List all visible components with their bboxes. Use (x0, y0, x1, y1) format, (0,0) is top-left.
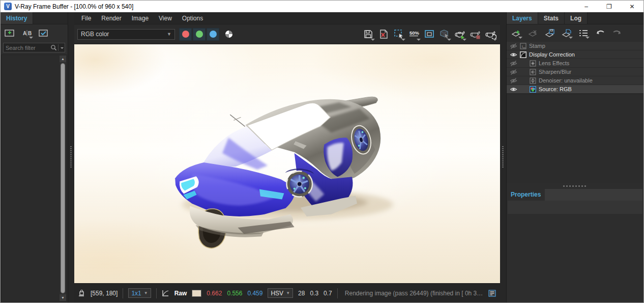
layer-row-denoiser[interactable]: Denoiser: unavailable (507, 76, 643, 85)
sharpen-blur-layer-icon (530, 69, 536, 75)
history-list[interactable]: ▲ ▼ (1, 54, 67, 302)
clear-image-button[interactable] (377, 27, 390, 41)
mono-sphere-icon (225, 30, 233, 38)
render-status-text: Rendering image (pass 26449) (finished i… (345, 290, 483, 297)
source-rgb-layer-icon (530, 86, 536, 93)
scrollbar-thumb[interactable] (61, 63, 65, 293)
tab-layers[interactable]: Layers (507, 12, 538, 24)
delete-layer-button[interactable] (527, 27, 539, 39)
close-button[interactable]: ✕ (621, 1, 643, 12)
visibility-toggle-off-icon[interactable] (510, 42, 517, 50)
render-last-button[interactable] (453, 27, 466, 41)
visibility-toggle-off-icon[interactable] (510, 60, 517, 67)
save-image-button[interactable] (362, 27, 375, 41)
scrollbar-track[interactable] (60, 62, 66, 294)
save-to-history-icon (5, 29, 16, 38)
statusbar-separator (123, 288, 123, 298)
green-channel-toggle[interactable] (193, 28, 206, 41)
sample-size-value: 1x1 (131, 290, 141, 297)
channel-select-caret-icon: ▼ (167, 32, 171, 37)
save-layer-tree-button[interactable] (544, 27, 556, 39)
svg-text:B: B (28, 31, 32, 36)
layer-name: Denoiser: unavailable (539, 77, 593, 84)
mono-toggle[interactable] (222, 27, 236, 41)
undo-button[interactable] (594, 27, 606, 39)
redo-button[interactable] (611, 27, 623, 39)
color-space-caret-icon: ▼ (286, 291, 290, 295)
layers-list: i Stamp Display Correction (507, 42, 643, 94)
add-layer-button[interactable] (510, 27, 522, 39)
properties-splitter[interactable] (507, 183, 643, 188)
layers-panel: Layers Stats Log (506, 12, 643, 302)
layer-row-display-correction[interactable]: Display Correction (507, 50, 643, 59)
visibility-toggle-on-icon[interactable] (510, 86, 517, 93)
scroll-up-icon[interactable]: ▲ (60, 56, 66, 62)
tab-history[interactable]: History (1, 12, 33, 24)
visibility-toggle-off-icon[interactable] (510, 68, 517, 76)
scroll-down-icon[interactable]: ▼ (60, 294, 66, 301)
layers-toolbar (507, 24, 643, 42)
save-to-history-button[interactable] (4, 27, 16, 39)
zoom-level-button[interactable]: 50% (407, 27, 421, 41)
load-layer-tree-button[interactable] (561, 27, 573, 39)
stamp-layer-icon: i (520, 43, 526, 49)
region-select-button[interactable] (392, 27, 405, 41)
region-select-caret (401, 39, 405, 41)
layer-row-stamp[interactable]: i Stamp (507, 42, 643, 50)
interactive-render-button[interactable] (484, 27, 497, 41)
sample-size-select[interactable]: 1x1 ▼ (128, 288, 151, 298)
history-scrollbar[interactable]: ▲ ▼ (60, 56, 66, 301)
layer-row-sharpen-blur[interactable]: Sharpen/Blur (507, 68, 643, 76)
menu-render[interactable]: Render (96, 12, 126, 24)
show-region-button[interactable] (423, 27, 436, 41)
probe-red-value: 0.662 (207, 290, 222, 297)
layers-empty-area (507, 94, 643, 183)
color-space-select[interactable]: HSV ▼ (268, 288, 293, 298)
layer-name: Sharpen/Blur (539, 69, 571, 75)
compare-ab-button[interactable]: A B (21, 27, 33, 39)
object-select-button[interactable] (438, 27, 451, 41)
menu-view[interactable]: View (154, 12, 177, 24)
probe-color-swatch (192, 290, 201, 297)
visibility-toggle-on-icon[interactable] (510, 51, 517, 59)
right-splitter-grip (502, 146, 504, 169)
blue-channel-toggle[interactable] (207, 28, 219, 41)
left-splitter[interactable] (68, 12, 74, 302)
main-toolbar: RGB color ▼ (74, 24, 500, 44)
zoom-level-caret (417, 39, 421, 41)
visibility-toggle-off-icon[interactable] (510, 77, 517, 85)
maximize-button[interactable]: ❐ (598, 1, 621, 12)
layer-list-options-button[interactable] (577, 27, 590, 39)
right-splitter[interactable] (500, 12, 506, 302)
search-input[interactable] (4, 45, 50, 51)
layer-row-source-rgb[interactable]: Source: RGB (507, 85, 643, 94)
clear-image-icon (378, 29, 389, 39)
set-ab-button[interactable] (38, 27, 50, 39)
red-channel-toggle[interactable] (179, 28, 192, 41)
curve-display-icon[interactable] (162, 289, 169, 297)
search-options-caret-icon[interactable] (60, 45, 65, 50)
save-image-icon (363, 29, 373, 39)
menu-options[interactable]: Options (177, 12, 208, 24)
statusbar-separator (156, 288, 157, 298)
statusbar: [559, 180] 1x1 ▼ Raw 0.662 0.556 0.459 H… (74, 283, 500, 302)
menu-file[interactable]: File (76, 12, 96, 24)
probe-hue-value: 28 (298, 290, 305, 297)
pixel-pin-icon[interactable] (78, 289, 85, 297)
statusbar-separator (337, 288, 338, 298)
layer-row-lens-effects[interactable]: Lens Effects (507, 59, 643, 68)
channel-select[interactable]: RGB color ▼ (77, 29, 175, 40)
log-console-icon[interactable] (488, 290, 496, 297)
menu-image[interactable]: Image (127, 12, 154, 24)
minimize-button[interactable]: – (575, 1, 598, 12)
tab-log[interactable]: Log (565, 12, 588, 24)
tab-stats[interactable]: Stats (538, 12, 565, 24)
layer-name: Lens Effects (539, 60, 569, 66)
undo-icon (595, 29, 605, 37)
stop-render-button[interactable] (469, 27, 482, 41)
lens-effects-layer-icon (530, 60, 536, 67)
render-viewport[interactable] (74, 44, 500, 283)
render-teapot-icon (454, 29, 466, 39)
search-icon (50, 44, 57, 51)
properties-label[interactable]: Properties (507, 188, 545, 201)
